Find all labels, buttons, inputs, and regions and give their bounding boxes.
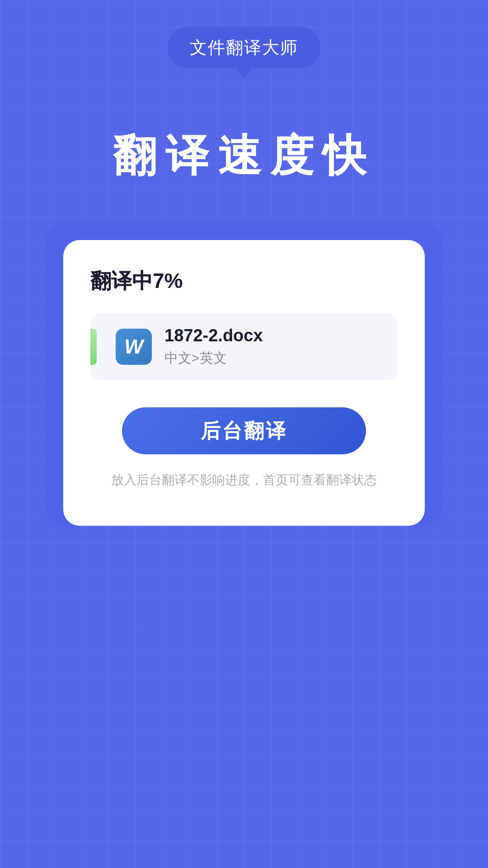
hint-text: 放入后台翻译不影响进度，首页可查看翻译状态 <box>111 471 377 490</box>
progress-header: 翻译中7% <box>90 267 398 295</box>
file-info: 1872-2.docx 中文>英文 <box>164 326 263 368</box>
content-wrapper: 文件翻译大师 翻译速度快 翻译中7% W 1872-2.docx 中文>英文 <box>0 0 488 868</box>
progress-title: 翻译中7% <box>90 269 183 292</box>
hero-title: 翻译速度快 <box>113 127 375 186</box>
file-item: W 1872-2.docx 中文>英文 <box>90 313 398 380</box>
background-translate-button-label: 后台翻译 <box>201 418 287 444</box>
file-icon: W <box>116 329 152 365</box>
card-outer: 翻译中7% W 1872-2.docx 中文>英文 后台翻译 放入后台翻译不影响… <box>45 222 443 526</box>
speech-bubble: 文件翻译大师 <box>168 27 320 68</box>
card-inner: 翻译中7% W 1872-2.docx 中文>英文 后台翻译 放入后台翻译不影响… <box>63 240 425 526</box>
background-translate-button[interactable]: 后台翻译 <box>122 407 366 454</box>
file-icon-letter: W <box>124 335 143 358</box>
app-title: 文件翻译大师 <box>190 38 298 57</box>
file-progress-indicator <box>90 329 97 365</box>
file-language-pair: 中文>英文 <box>164 349 263 368</box>
file-name: 1872-2.docx <box>164 326 263 345</box>
